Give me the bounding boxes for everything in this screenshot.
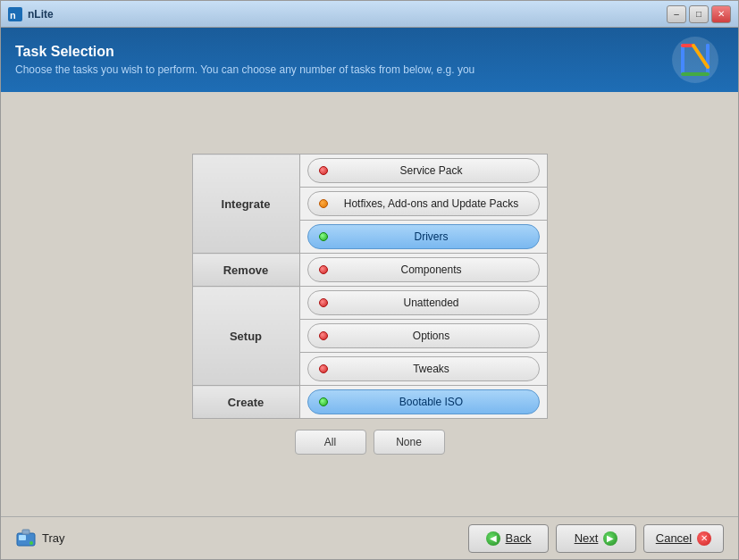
components-dot [319, 265, 328, 274]
unattended-button[interactable]: Unattended [307, 290, 540, 315]
back-button[interactable]: ◀ Back [468, 524, 549, 553]
setup-unattended-row: Setup Unattended [192, 287, 547, 320]
service-pack-label: Service Pack [335, 164, 528, 177]
unattended-dot [319, 298, 328, 307]
main-window: n nLite – □ ✕ Task Selection Choose the … [0, 0, 739, 560]
hotfixes-dot [319, 199, 328, 208]
integrate-category: Integrate [192, 155, 299, 254]
title-bar-left: n nLite [8, 7, 54, 21]
next-arrow-icon: ▶ [603, 531, 617, 546]
maximize-button[interactable]: □ [689, 5, 709, 23]
main-content: Integrate Service Pack [1, 92, 738, 516]
header-title: Task Selection [15, 44, 667, 60]
cancel-button[interactable]: Cancel ✕ [643, 524, 724, 553]
remove-row: Remove Components [192, 254, 547, 287]
drivers-button[interactable]: Drivers [307, 224, 540, 249]
options-dot [319, 331, 328, 340]
drivers-dot [319, 232, 328, 241]
title-bar: n nLite – □ ✕ [1, 1, 738, 28]
service-pack-dot [319, 166, 328, 175]
footer: Tray ◀ Back Next ▶ Cancel ✕ [1, 516, 738, 559]
integrate-row: Integrate Service Pack [192, 155, 547, 188]
app-icon: n [8, 7, 22, 21]
nlite-logo [670, 35, 720, 85]
footer-buttons: ◀ Back Next ▶ Cancel ✕ [468, 524, 724, 553]
back-label: Back [506, 531, 532, 545]
none-button[interactable]: None [374, 430, 445, 455]
header-logo [667, 33, 724, 87]
tweaks-dot [319, 364, 328, 373]
svg-rect-6 [19, 535, 26, 540]
tray-section: Tray [15, 528, 65, 549]
hotfixes-label: Hotfixes, Add-ons and Update Packs [335, 197, 528, 210]
components-label: Components [335, 263, 528, 276]
all-button[interactable]: All [295, 430, 366, 455]
bootable-iso-dot [319, 397, 328, 406]
svg-point-2 [672, 37, 718, 83]
svg-text:n: n [10, 10, 16, 21]
components-button[interactable]: Components [307, 257, 540, 282]
service-pack-button[interactable]: Service Pack [307, 158, 540, 183]
setup-category: Setup [192, 287, 299, 386]
tray-icon [15, 528, 37, 549]
bootable-iso-button[interactable]: Bootable ISO [307, 389, 540, 414]
header-banner: Task Selection Choose the tasks you wish… [1, 28, 738, 92]
next-button[interactable]: Next ▶ [556, 524, 636, 553]
header-subtitle: Choose the tasks you wish to perform. Yo… [15, 63, 667, 76]
minimize-button[interactable]: – [667, 5, 686, 23]
tweaks-label: Tweaks [335, 363, 528, 375]
bootable-iso-label: Bootable ISO [335, 396, 528, 408]
task-table: Integrate Service Pack [192, 154, 548, 419]
window-title: nLite [28, 8, 54, 21]
unattended-label: Unattended [335, 297, 528, 309]
remove-category: Remove [192, 254, 299, 287]
options-label: Options [335, 330, 528, 342]
options-button[interactable]: Options [307, 323, 540, 348]
next-label: Next [575, 531, 599, 545]
bulk-buttons: All None [192, 430, 548, 455]
svg-point-7 [29, 541, 33, 545]
drivers-label: Drivers [335, 230, 528, 243]
cancel-label: Cancel [656, 531, 692, 545]
close-button[interactable]: ✕ [711, 5, 731, 23]
create-row: Create Bootable ISO [192, 386, 547, 419]
title-bar-controls: – □ ✕ [667, 5, 731, 23]
tray-label: Tray [42, 531, 65, 545]
hotfixes-button[interactable]: Hotfixes, Add-ons and Update Packs [307, 191, 540, 216]
back-arrow-icon: ◀ [486, 531, 500, 546]
svg-rect-8 [22, 530, 29, 534]
content-area: Integrate Service Pack [192, 154, 548, 455]
create-category: Create [192, 386, 299, 419]
header-text: Task Selection Choose the tasks you wish… [15, 44, 667, 76]
cancel-icon: ✕ [697, 531, 711, 546]
tweaks-button[interactable]: Tweaks [307, 356, 540, 381]
